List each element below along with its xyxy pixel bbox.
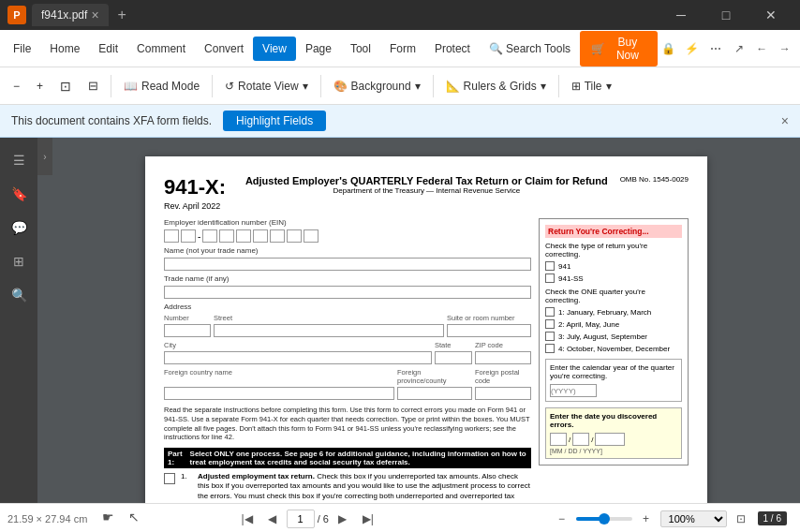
- background-icon: 🎨: [333, 80, 348, 93]
- sidebar-toggle-btn[interactable]: ›: [37, 138, 52, 175]
- sidebar-item-search[interactable]: 🔍: [4, 280, 34, 310]
- ein-box3[interactable]: [202, 229, 217, 243]
- menu-tool[interactable]: Tool: [341, 37, 380, 61]
- addr-zip-label: ZIP code: [475, 341, 531, 349]
- zoom-slider[interactable]: [576, 517, 632, 521]
- titlebar: P f941x.pdf × + ─ □ ✕: [0, 0, 800, 30]
- zoom-out-btn[interactable]: −: [6, 75, 27, 97]
- ein-box4[interactable]: [219, 229, 234, 243]
- fit-window-btn[interactable]: ⊡: [730, 508, 752, 530]
- last-page-btn[interactable]: ▶|: [357, 508, 379, 530]
- buy-now-button[interactable]: 🛒 Buy Now: [580, 31, 658, 66]
- new-tab-btn[interactable]: +: [118, 7, 126, 23]
- ein-sep1: -: [198, 231, 200, 242]
- menu-file[interactable]: File: [4, 37, 40, 61]
- addr-street-input[interactable]: [214, 324, 444, 337]
- date-dd-input[interactable]: [572, 433, 589, 446]
- menu-icon-btn2[interactable]: ⚡: [680, 36, 703, 62]
- menu-view[interactable]: View: [253, 37, 296, 61]
- quarter3-cb[interactable]: [545, 332, 555, 341]
- addr-province-input[interactable]: [397, 387, 472, 400]
- menu-home[interactable]: Home: [40, 37, 89, 61]
- addr-country-input[interactable]: [164, 387, 394, 400]
- zoom-select[interactable]: 100% 75% 150% 200% Fit Page: [660, 510, 727, 527]
- zoom-in-btn[interactable]: +: [635, 508, 658, 530]
- menu-edit[interactable]: Edit: [89, 37, 127, 61]
- cb-941ss[interactable]: [545, 273, 555, 283]
- instructions-text: Read the separate instructions before co…: [164, 406, 531, 442]
- highlight-fields-btn[interactable]: Highlight Fields: [223, 111, 326, 131]
- rulers-grids-btn[interactable]: 📐 Rulers & Grids ▾: [438, 75, 554, 97]
- zoom-in-btn[interactable]: +: [29, 75, 51, 97]
- cb-941-label: 941: [558, 262, 570, 271]
- rotate-view-btn[interactable]: ↺ Rotate View ▾: [217, 75, 315, 97]
- cb-941[interactable]: [545, 261, 555, 271]
- quarter1-label: 1: January, February, March: [558, 308, 651, 317]
- quarter4-cb[interactable]: [545, 344, 555, 353]
- read-mode-icon: 📖: [124, 80, 138, 93]
- item1-num: 1.: [181, 472, 192, 480]
- addr-postalcode-label: Foreign postal code: [475, 368, 531, 385]
- main-area: ☰ 🔖 💬 ⊞ 🔍 › 941-X: Rev. April 2022 Adjus…: [0, 138, 800, 503]
- sidebar-item-navigation[interactable]: ☰: [4, 145, 34, 175]
- year-input[interactable]: [550, 384, 597, 397]
- menu-comment[interactable]: Comment: [127, 37, 195, 61]
- zoom-handle[interactable]: [599, 513, 610, 525]
- addr-number-input[interactable]: [164, 324, 211, 337]
- addr-postalcode-input[interactable]: [475, 387, 531, 400]
- name-input[interactable]: [164, 258, 531, 271]
- address-header-row: Address: [164, 303, 531, 311]
- sidebar-item-comments[interactable]: 💬: [4, 213, 34, 243]
- ein-box8[interactable]: [287, 229, 302, 243]
- quarter1-cb[interactable]: [545, 307, 555, 317]
- fit-page-btn[interactable]: ⊡: [52, 74, 79, 98]
- sidebar-item-bookmarks[interactable]: 🔖: [4, 179, 34, 209]
- ein-box5[interactable]: [236, 229, 251, 243]
- zoom-out-btn[interactable]: −: [551, 508, 573, 530]
- next-page-btn[interactable]: ▶: [332, 508, 354, 530]
- share-btn[interactable]: ↗: [728, 36, 750, 62]
- separator4: [433, 75, 434, 97]
- ein-box7[interactable]: [270, 229, 285, 243]
- menu-convert[interactable]: Convert: [195, 37, 253, 61]
- close-tab-btn[interactable]: ×: [91, 7, 98, 22]
- addr-suite-input[interactable]: [447, 324, 531, 337]
- page-number-input[interactable]: [287, 510, 315, 528]
- form-title: Adjusted Employer's QUARTERLY Federal Ta…: [233, 175, 620, 195]
- select-tool-btn[interactable]: ↖: [128, 510, 147, 528]
- pdf-page: 941-X: Rev. April 2022 Adjusted Employer…: [145, 156, 707, 503]
- hand-tool-btn[interactable]: ☛: [102, 510, 121, 528]
- trade-name-input[interactable]: [164, 286, 531, 299]
- addr-zip-input[interactable]: [475, 351, 531, 364]
- item1-checkbox[interactable]: [164, 473, 175, 484]
- menu-search-tools[interactable]: 🔍 Search Tools: [480, 37, 580, 61]
- notification-close-btn[interactable]: ×: [781, 113, 789, 128]
- sidebar-item-pages[interactable]: ⊞: [4, 246, 34, 276]
- prev-page-btn[interactable]: ◀: [261, 508, 284, 530]
- maximize-btn[interactable]: □: [704, 0, 748, 30]
- read-mode-btn[interactable]: 📖 Read Mode: [116, 75, 207, 97]
- ein-box6[interactable]: [253, 229, 268, 243]
- quarter2-cb[interactable]: [545, 319, 555, 329]
- menu-page[interactable]: Page: [296, 37, 341, 61]
- tile-btn[interactable]: ⊞ Tile ▾: [564, 75, 619, 97]
- date-mm-input[interactable]: [550, 433, 567, 446]
- quarter2-row: 2: April, May, June: [545, 319, 682, 329]
- first-page-btn[interactable]: |◀: [236, 508, 259, 530]
- ein-box1[interactable]: [164, 229, 179, 243]
- minimize-btn[interactable]: ─: [659, 0, 703, 30]
- menu-form[interactable]: Form: [380, 37, 425, 61]
- addr-state-input[interactable]: [435, 351, 472, 364]
- forward-btn[interactable]: →: [774, 36, 796, 62]
- fit-width-btn[interactable]: ⊟: [81, 74, 106, 97]
- menu-icon-btn1[interactable]: 🔒: [658, 36, 680, 62]
- addr-city-input[interactable]: [164, 351, 432, 364]
- ein-box2[interactable]: [181, 229, 196, 243]
- back-btn[interactable]: ←: [750, 36, 773, 62]
- more-options-btn[interactable]: ⋯: [704, 36, 728, 62]
- date-yyyy-input[interactable]: [595, 433, 625, 446]
- menu-protect[interactable]: Protect: [425, 37, 480, 61]
- background-btn[interactable]: 🎨 Background ▾: [326, 75, 428, 97]
- close-window-btn[interactable]: ✕: [749, 0, 793, 30]
- ein-box9[interactable]: [304, 229, 319, 243]
